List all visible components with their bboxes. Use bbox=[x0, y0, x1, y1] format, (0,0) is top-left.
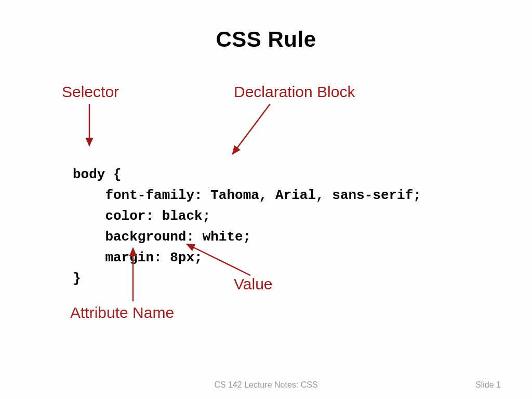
slide-container: CSS Rule Selector Declaration Block Valu… bbox=[0, 0, 532, 399]
label-declaration-block: Declaration Block bbox=[234, 83, 355, 101]
code-block: body { font-family: Tahoma, Arial, sans-… bbox=[73, 164, 421, 289]
slide-title: CSS Rule bbox=[0, 27, 532, 52]
label-selector: Selector bbox=[62, 83, 119, 101]
footer-notes: CS 142 Lecture Notes: CSS bbox=[0, 380, 532, 390]
footer-slide-number: Slide 1 bbox=[475, 380, 501, 390]
svg-line-1 bbox=[233, 104, 270, 154]
label-attribute-name: Attribute Name bbox=[70, 304, 174, 322]
